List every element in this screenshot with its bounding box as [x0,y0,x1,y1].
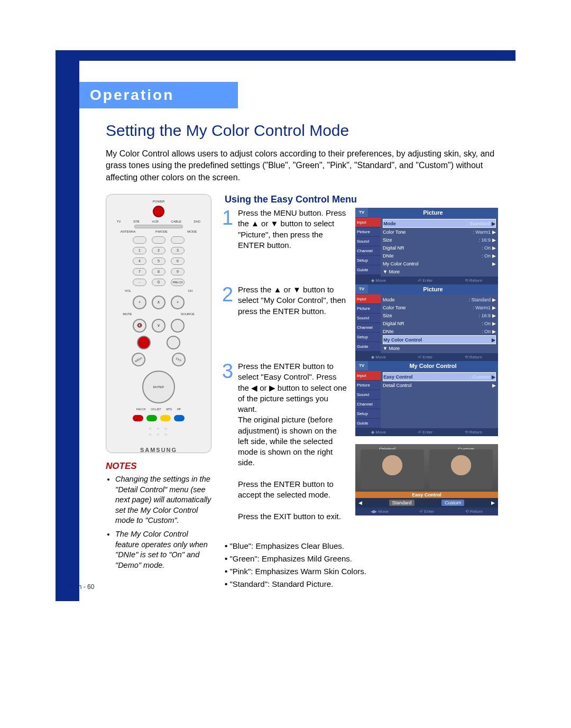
top-bar [56,50,515,61]
osd-picture-1: TVPicture InputPictureSoundChannelSetupG… [355,208,498,284]
content: Setting the My Color Control Mode My Col… [106,122,513,591]
remote-illustration: POWER TVSTBVCRCABLEDVD ANTENNAP.MODEMODE… [106,194,211,453]
step-number: 3 [222,361,233,522]
power-icon [153,206,164,217]
step-text: Press the ▲ or ▼ button to select "My Co… [238,284,349,317]
mode-descriptions: "Blue": Emphasizes Clear Blues. "Green":… [222,540,513,591]
left-strip [56,50,79,601]
dpad-icon [142,371,175,403]
step-text: Press the ENTER button to select "Easy C… [238,361,349,522]
page-title: Setting the My Color Control Mode [106,122,513,140]
preview-comparison: Original Custom Easy Control ◀ Standard … [355,444,498,508]
osd-mcc: TVMy Color Control InputPictureSoundChan… [355,361,498,436]
page-footer: English - 60 [61,583,94,591]
notes-heading: NOTES [106,461,211,472]
brand-label: SAMSUNG [110,447,207,453]
note-item: Changing the settings in the "Detail Con… [115,474,211,526]
osd-picture-2: TVPicture InputPictureSoundChannelSetupG… [355,284,498,361]
step-number: 2 [222,284,233,317]
intro-text: My Color Control allows users to adjust … [106,148,513,183]
manual-page: Operation Setting the My Color Control M… [0,0,571,728]
step-text: Press the MENU button. Press the ▲ or ▼ … [238,208,349,251]
notes-list: Changing the settings in the "Detail Con… [106,474,211,570]
subheading: Using the Easy Control Menu [225,194,513,205]
step-number: 1 [222,208,233,251]
note-item: The My Color Control feature operates on… [115,529,211,570]
section-header: Operation [79,82,238,108]
